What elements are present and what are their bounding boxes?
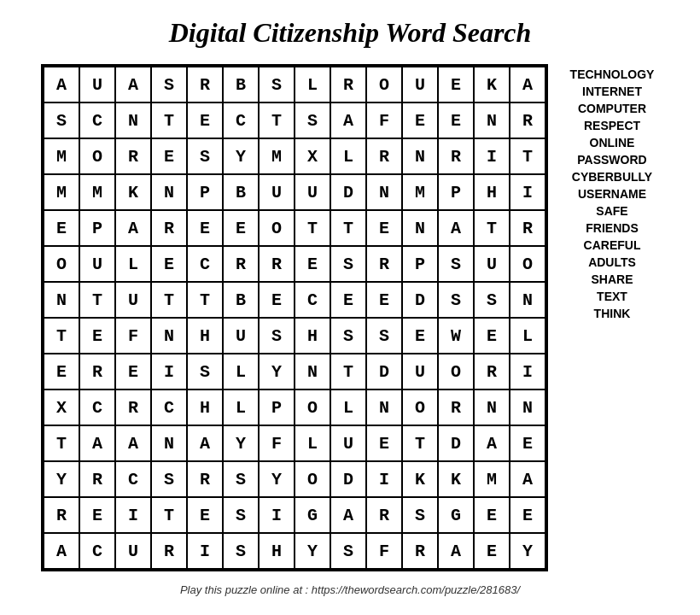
cell-2-10: N [402,138,438,174]
cell-9-9: N [366,390,402,425]
cell-8-1: R [79,354,115,390]
cell-2-5: Y [223,138,259,174]
cell-4-2: A [115,210,151,246]
cell-5-11: S [438,246,474,282]
cell-12-11: G [438,497,474,533]
cell-8-0: E [44,354,79,390]
cell-3-13: I [510,174,545,210]
cell-8-6: Y [259,354,295,390]
cell-12-7: G [295,497,330,533]
word-list-item: CAREFUL [584,238,641,252]
cell-4-9: E [366,210,402,246]
cell-1-3: T [151,102,187,138]
cell-5-4: C [187,246,223,282]
cell-4-13: R [510,210,545,246]
cell-10-6: F [259,425,295,461]
cell-3-8: D [330,174,366,210]
cell-1-9: F [366,102,402,138]
cell-3-4: P [187,174,223,210]
cell-11-9: I [366,461,402,497]
cell-10-1: A [79,425,115,461]
cell-4-4: E [187,210,223,246]
cell-7-1: E [79,318,115,354]
cell-9-4: H [187,390,223,425]
page-title: Digital Citizenship Word Search [169,17,532,49]
cell-10-8: U [330,425,366,461]
word-search-grid: AUASRBSLROUEKASCNTECTSAFEENRMORESYMXLRNR… [44,67,545,569]
cell-12-8: A [330,497,366,533]
cell-0-1: U [79,67,115,102]
word-list-item: COMPUTER [578,102,646,115]
cell-13-11: A [438,533,474,569]
cell-12-9: R [366,497,402,533]
word-list-item: CYBERBULLY [572,170,652,184]
cell-9-5: L [223,390,259,425]
cell-12-4: E [187,497,223,533]
cell-12-1: E [79,497,115,533]
cell-3-11: P [438,174,474,210]
cell-9-6: P [259,390,295,425]
cell-13-9: F [366,533,402,569]
cell-3-10: M [402,174,438,210]
cell-6-13: N [510,282,545,318]
cell-1-0: S [44,102,79,138]
cell-12-5: S [223,497,259,533]
cell-8-2: E [115,354,151,390]
cell-0-4: R [187,67,223,102]
cell-7-11: W [438,318,474,354]
cell-7-0: T [44,318,79,354]
cell-9-12: N [474,390,510,425]
cell-0-9: O [366,67,402,102]
cell-3-12: H [474,174,510,210]
cell-1-2: N [115,102,151,138]
cell-12-2: I [115,497,151,533]
cell-4-10: N [402,210,438,246]
cell-9-3: C [151,390,187,425]
cell-10-4: A [187,425,223,461]
cell-10-9: E [366,425,402,461]
cell-7-8: S [330,318,366,354]
cell-2-1: O [79,138,115,174]
cell-4-5: E [223,210,259,246]
cell-13-8: S [330,533,366,569]
cell-1-6: T [259,102,295,138]
cell-5-10: P [402,246,438,282]
cell-6-11: S [438,282,474,318]
cell-7-13: L [510,318,545,354]
cell-0-12: K [474,67,510,102]
cell-8-5: L [223,354,259,390]
cell-3-3: N [151,174,187,210]
cell-4-12: T [474,210,510,246]
cell-11-6: Y [259,461,295,497]
cell-4-7: T [295,210,330,246]
cell-13-4: I [187,533,223,569]
cell-5-0: O [44,246,79,282]
cell-11-0: Y [44,461,79,497]
cell-9-1: C [79,390,115,425]
cell-11-7: O [295,461,330,497]
cell-12-3: T [151,497,187,533]
cell-13-6: H [259,533,295,569]
cell-2-2: R [115,138,151,174]
cell-3-1: M [79,174,115,210]
cell-12-0: R [44,497,79,533]
cell-13-2: U [115,533,151,569]
cell-1-7: S [295,102,330,138]
cell-4-8: T [330,210,366,246]
cell-5-9: R [366,246,402,282]
cell-11-2: C [115,461,151,497]
cell-12-13: E [510,497,545,533]
cell-8-11: O [438,354,474,390]
cell-10-12: A [474,425,510,461]
cell-9-13: N [510,390,545,425]
footer-text: Play this puzzle online at : https://the… [180,583,520,596]
cell-10-0: T [44,425,79,461]
cell-5-5: R [223,246,259,282]
cell-9-0: X [44,390,79,425]
cell-0-8: R [330,67,366,102]
cell-7-7: H [295,318,330,354]
cell-10-3: N [151,425,187,461]
cell-3-5: B [223,174,259,210]
word-list-item: PASSWORD [577,153,646,167]
cell-0-0: A [44,67,79,102]
